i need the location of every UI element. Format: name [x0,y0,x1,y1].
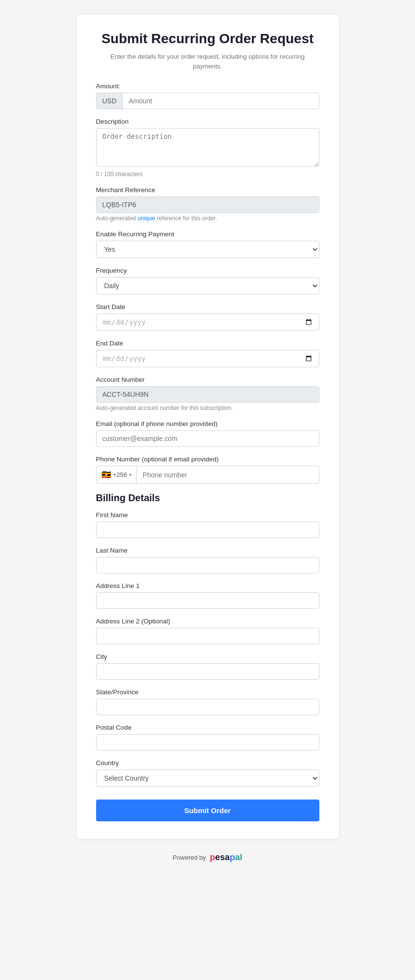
start-date-label: Start Date [96,303,319,310]
phone-label: Phone Number (optional if email provided… [96,456,319,463]
merchant-ref-input [96,196,319,213]
form-container: Submit Recurring Order Request Enter the… [77,15,339,839]
first-name-field-group: First Name [96,511,319,538]
state-field-group: State/Province [96,688,319,715]
merchant-ref-label: Merchant Reference [96,186,319,194]
account-number-input [96,386,319,403]
char-count: 0 / 100 characters [96,171,319,178]
amount-row: USD [96,93,319,109]
state-input[interactable] [96,699,319,715]
end-date-input[interactable] [96,350,319,367]
postal-input[interactable] [96,734,319,751]
powered-by-text: Powered by [173,854,206,861]
account-number-field-group: Account Number Auto-generated account nu… [96,376,319,411]
address1-label: Address Line 1 [96,582,319,589]
phone-input[interactable] [136,466,319,484]
city-field-group: City [96,653,319,680]
last-name-field-group: Last Name [96,547,319,573]
end-date-label: End Date [96,340,319,347]
description-label: Description [96,118,319,125]
frequency-select[interactable]: Daily Weekly Monthly Yearly [96,277,319,294]
recurring-select[interactable]: Yes No [96,241,319,258]
frequency-label: Frequency [96,267,319,274]
amount-input[interactable] [122,93,319,109]
amount-label: Amount: [96,82,319,90]
city-input[interactable] [96,663,319,680]
phone-row: 🇺🇬 +256 ▾ [96,466,319,484]
address2-label: Address Line 2 (Optional) [96,618,319,625]
page-title: Submit Recurring Order Request [96,30,319,47]
phone-prefix[interactable]: 🇺🇬 +256 ▾ [96,466,136,484]
email-field-group: Email (optional if phone number provided… [96,420,319,447]
phone-code: +256 [113,471,127,478]
city-label: City [96,653,319,660]
start-date-field-group: Start Date [96,303,319,331]
description-field-group: Description 0 / 100 characters [96,118,319,178]
recurring-field-group: Enable Recurring Payment Yes No [96,230,319,258]
country-field-group: Country Select Country Uganda Kenya Tanz… [96,759,319,787]
email-input[interactable] [96,430,319,447]
first-name-input[interactable] [96,522,319,538]
address2-field-group: Address Line 2 (Optional) [96,618,319,644]
country-label: Country [96,759,319,767]
merchant-ref-note: Auto-generated unique reference for this… [96,215,319,222]
pesapal-logo: pesapal [210,852,242,863]
country-select[interactable]: Select Country Uganda Kenya Tanzania Rwa… [96,769,319,787]
account-number-label: Account Number [96,376,319,383]
description-textarea[interactable] [96,128,319,167]
flag-icon: 🇺🇬 [101,470,111,479]
frequency-field-group: Frequency Daily Weekly Monthly Yearly [96,267,319,294]
address2-input[interactable] [96,628,319,644]
amount-field-group: Amount: USD [96,82,319,109]
state-label: State/Province [96,688,319,696]
start-date-input[interactable] [96,313,319,331]
phone-field-group: Phone Number (optional if email provided… [96,456,319,484]
powered-by-footer: Powered by pesapal [173,852,243,863]
recurring-label: Enable Recurring Payment [96,230,319,238]
merchant-ref-field-group: Merchant Reference Auto-generated unique… [96,186,319,222]
address1-input[interactable] [96,592,319,609]
submit-order-button[interactable]: Submit Order [96,800,319,821]
end-date-field-group: End Date [96,340,319,367]
billing-section-title: Billing Details [96,492,319,504]
last-name-input[interactable] [96,557,319,573]
page-subtitle: Enter the details for your order request… [96,52,319,71]
currency-badge: USD [96,93,123,109]
address1-field-group: Address Line 1 [96,582,319,609]
last-name-label: Last Name [96,547,319,554]
postal-field-group: Postal Code [96,724,319,751]
unique-link[interactable]: unique [138,215,155,222]
postal-label: Postal Code [96,724,319,731]
account-number-note: Auto-generated account number for this s… [96,405,319,411]
first-name-label: First Name [96,511,319,519]
email-label: Email (optional if phone number provided… [96,420,319,427]
chevron-down-icon: ▾ [129,472,132,477]
